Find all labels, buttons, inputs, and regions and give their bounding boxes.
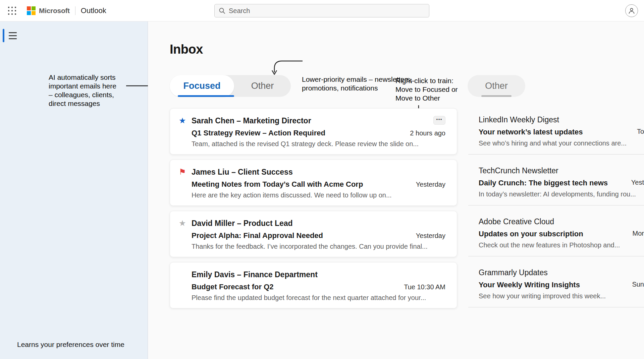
top-bar: Microsoft Outlook [0, 0, 644, 21]
annotation-footer: Learns your preferences over time [17, 341, 124, 349]
email-sender: Sarah Chen – Marketing Director [192, 116, 311, 125]
email-preview: Thanks for the feedback. I’ve incorporat… [179, 243, 445, 250]
annotation-line: Move to Focused or [395, 85, 458, 94]
tab-focused-label: Focused [183, 81, 220, 91]
nav-accent-bar [3, 29, 4, 42]
email-subject: Your network’s latest updates [479, 128, 583, 136]
star-icon[interactable]: ★ [179, 219, 192, 227]
email-preview: Here are the key action items discussed.… [179, 191, 445, 199]
email-sender: Grammarly Updates [479, 268, 644, 277]
email-time: Yest [631, 179, 644, 186]
email-time: Mor [633, 230, 644, 237]
star-icon[interactable]: ★ [179, 117, 192, 125]
person-icon [628, 7, 636, 15]
email-preview: See who’s hiring and what your connectio… [479, 139, 644, 147]
email-card-emily-davis[interactable]: Emily Davis – Finance Department Budget … [170, 262, 457, 308]
other-column-tab[interactable]: Other [468, 75, 525, 97]
inbox-tab-switcher: Focused Other [170, 75, 291, 97]
app-launcher-icon[interactable] [6, 5, 18, 17]
email-subject: Daily Crunch: The biggest tech news [479, 179, 608, 187]
annotation-line: Move to Other [395, 94, 458, 103]
email-card-james-liu[interactable]: ⚑ James Liu – Client Success Meeting Not… [170, 160, 457, 206]
email-preview: Team, attached is the revised Q1 strateg… [179, 140, 445, 148]
email-preview: In today’s newsletter: AI developments, … [479, 190, 644, 198]
email-sender: LinkedIn Weekly Digest [479, 115, 644, 124]
annotation-line: direct messages [49, 99, 116, 108]
email-time: Yesterday [416, 232, 445, 240]
email-card-david-miller[interactable]: ★ David Miller – Product Lead Project Al… [170, 211, 457, 257]
brand-area: Microsoft Outlook [27, 0, 106, 21]
email-row-linkedin[interactable]: LinkedIn Weekly Digest Your network’s la… [468, 108, 644, 155]
annotation-line: – colleagues, clients, [49, 91, 116, 99]
email-subject: Updates on your subscription [479, 230, 583, 238]
sidebar: AI automatically sorts important emails … [0, 21, 148, 359]
app-name: Outlook [81, 6, 106, 15]
account-avatar[interactable] [625, 4, 638, 17]
email-card-sarah-chen[interactable]: ★ Sarah Chen – Marketing Director ••• Q1… [170, 108, 457, 155]
email-sender: Emily Davis – Finance Department [192, 270, 318, 279]
annotation-line: important emails here [49, 82, 116, 91]
search-input[interactable] [229, 7, 425, 15]
more-options-button[interactable]: ••• [433, 116, 445, 125]
email-subject: Meeting Notes from Today’s Call with Acm… [192, 180, 363, 189]
email-time: Tue 10:30 AM [404, 283, 445, 291]
hamburger-menu-icon[interactable] [9, 31, 19, 40]
tab-other[interactable]: Other [234, 75, 291, 97]
microsoft-logo [27, 6, 36, 15]
email-row-grammarly[interactable]: Grammarly Updates Your Weekly Writing In… [468, 261, 644, 307]
search-box[interactable] [214, 4, 429, 17]
email-subject: Q1 Strategy Review – Action Required [192, 129, 325, 137]
other-email-list: LinkedIn Weekly Digest Your network’s la… [468, 108, 644, 312]
annotation-focused: AI automatically sorts important emails … [49, 73, 116, 108]
email-subject: Your Weekly Writing Insights [479, 281, 580, 289]
search-icon [219, 7, 225, 14]
outlook-window: Microsoft Outlook AI automatically sorts… [0, 0, 644, 359]
email-subject: Project Alpha: Final Approval Needed [192, 231, 323, 240]
email-row-techcrunch[interactable]: TechCrunch Newsletter Daily Crunch: The … [468, 159, 644, 205]
email-sender: TechCrunch Newsletter [479, 166, 644, 175]
email-time: 2 hours ago [410, 129, 445, 137]
page-title: Inbox [170, 42, 203, 57]
email-preview: Check out the new features in Photoshop … [479, 241, 644, 249]
tab-other-label: Other [251, 81, 274, 91]
other-column-tab-label: Other [485, 81, 508, 91]
email-preview: See how your writing improved this week.… [479, 292, 644, 300]
other-tab-underline [481, 95, 512, 97]
focused-tab-underline [178, 95, 234, 97]
email-preview: Please find the updated budget forecast … [179, 294, 445, 302]
brand-divider [75, 6, 75, 15]
email-sender: James Liu – Client Success [192, 168, 293, 177]
flag-icon[interactable]: ⚑ [179, 168, 192, 176]
main-content: Inbox Lower-priority emails – newsletter… [148, 21, 644, 359]
email-time: Sun [632, 281, 644, 288]
email-time: Yesterday [416, 181, 445, 188]
focused-email-list: ★ Sarah Chen – Marketing Director ••• Q1… [170, 108, 457, 308]
brand-name: Microsoft [39, 7, 70, 15]
annotation-line: AI automatically sorts [49, 73, 116, 82]
annotation-train: Right-click to train: Move to Focused or… [395, 76, 458, 103]
email-row-adobe[interactable]: Adobe Creative Cloud Updates on your sub… [468, 210, 644, 256]
email-sender: Adobe Creative Cloud [479, 217, 644, 226]
email-time: To [637, 128, 644, 135]
annotation-line: Right-click to train: [395, 76, 458, 85]
tab-focused[interactable]: Focused [170, 75, 234, 97]
email-subject: Budget Forecast for Q2 [192, 283, 273, 291]
email-sender: David Miller – Product Lead [192, 219, 293, 228]
